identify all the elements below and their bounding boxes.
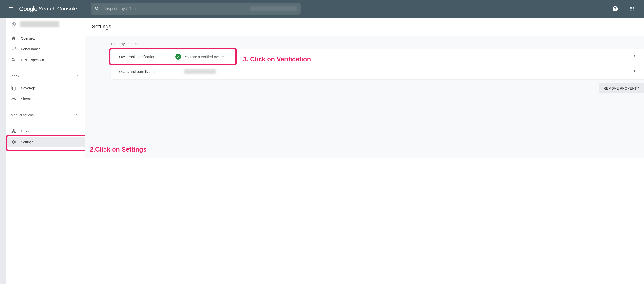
users-value-blur — [184, 69, 216, 74]
edge-strip — [0, 17, 6, 284]
ownership-verification-row[interactable]: Ownership verification You are a verifie… — [111, 49, 644, 64]
sidebar-item-sitemaps[interactable]: Sitemaps — [6, 93, 85, 104]
section-label: Manual actions — [11, 113, 34, 117]
sidebar-section-manual-actions[interactable]: Manual actions — [6, 108, 85, 122]
home-icon — [11, 36, 16, 41]
search-bar[interactable] — [90, 3, 300, 15]
sidebar-item-links[interactable]: Links — [6, 126, 85, 137]
sidebar-item-label: Coverage — [21, 86, 36, 90]
search-property-blur — [250, 6, 296, 11]
globe-icon — [11, 21, 17, 27]
search-input[interactable] — [105, 6, 250, 11]
gear-icon — [11, 140, 16, 144]
sidebar-item-url-inspection[interactable]: URL inspection — [6, 54, 85, 65]
sidebar-item-overview[interactable]: Overview — [6, 33, 85, 44]
menu-button[interactable] — [5, 3, 16, 15]
search-icon — [11, 57, 16, 62]
chevron-down-icon — [75, 112, 80, 118]
links-icon — [11, 129, 16, 134]
caret-down-icon — [77, 22, 80, 26]
check-circle-icon — [175, 54, 181, 59]
chevron-right-icon — [632, 54, 637, 59]
logo: Google Search Console — [19, 5, 77, 12]
sidebar-item-settings[interactable]: Settings — [6, 137, 85, 147]
row-label: Users and permissions — [119, 69, 175, 74]
sidebar-section-index[interactable]: Index — [6, 69, 85, 83]
sidebar-item-coverage[interactable]: Coverage — [6, 83, 85, 93]
logo-product: Search Console — [39, 5, 77, 12]
performance-icon — [11, 47, 16, 51]
logo-google: Google — [19, 5, 37, 12]
coverage-icon — [11, 86, 16, 90]
search-icon — [94, 6, 100, 11]
chevron-up-icon — [75, 73, 80, 79]
sidebar-item-performance[interactable]: Performance — [6, 44, 85, 54]
row-label: Ownership verification — [119, 55, 175, 59]
sidebar-item-label: Overview — [21, 36, 35, 40]
sitemaps-icon — [11, 96, 16, 101]
section-label: Property settings — [111, 42, 644, 46]
sidebar-item-label: Sitemaps — [21, 97, 35, 101]
sidebar-item-label: URL inspection — [21, 58, 44, 62]
property-selector[interactable] — [6, 17, 85, 31]
sidebar-item-label: Settings — [21, 140, 34, 144]
section-label: Index — [11, 74, 19, 78]
apps-button[interactable] — [627, 4, 637, 14]
ownership-status-text: You are a verified owner — [184, 55, 224, 59]
users-permissions-row[interactable]: Users and permissions — [111, 64, 644, 79]
sidebar-item-label: Links — [21, 129, 29, 133]
property-name-blur — [20, 21, 59, 27]
sidebar-item-label: Performance — [21, 47, 40, 51]
help-button[interactable] — [610, 4, 620, 14]
page-title: Settings — [85, 17, 644, 36]
remove-property-button[interactable]: REMOVE PROPERTY — [598, 83, 644, 93]
chevron-right-icon — [632, 68, 637, 74]
